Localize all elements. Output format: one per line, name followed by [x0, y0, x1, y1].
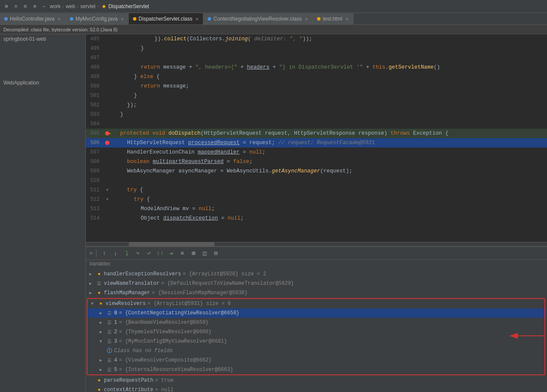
right-panel: 495 }).collect(Collectors.joining( delim…	[86, 34, 547, 392]
btn-up-stack[interactable]: ↑	[100, 249, 109, 258]
btn-step-into[interactable]: ↷	[133, 249, 142, 258]
var-name: 5	[114, 367, 117, 373]
horizontal-scrollbar[interactable]	[86, 242, 547, 246]
var-icon-orange: ●	[98, 301, 104, 307]
tab-close-mvcconfig[interactable]: ✕	[121, 17, 124, 21]
code-line-508: 508 boolean multipartRequestParsed = fal…	[86, 157, 547, 166]
btn-step-over[interactable]: ⤵	[122, 249, 131, 258]
expand-icon[interactable]: ▶	[100, 329, 105, 335]
var-viewNameTranslator[interactable]: ▶ ☰ viewNameTranslator = {DefaultRequest…	[86, 279, 547, 288]
btn-grid[interactable]: ⊟	[212, 249, 220, 258]
code-line-497: 497	[86, 53, 547, 63]
var-contextAttribute[interactable]: ● contextAttribute = null	[86, 385, 547, 392]
var-handlerExceptionResolvers[interactable]: ▶ ● handlerExceptionResolvers = {ArrayLi…	[86, 269, 547, 279]
list-icon[interactable]: ≡	[13, 3, 19, 9]
line-content-506: HttpServletRequest processedRequest = re…	[112, 140, 547, 146]
var-value: = true	[155, 377, 173, 383]
fold-512[interactable]: ▼	[106, 197, 109, 202]
var-viewResolvers[interactable]: ▼ ● viewResolvers = {ArrayList@5931} siz…	[88, 299, 544, 308]
var-name: contextAttribute	[104, 387, 153, 392]
expand-icon[interactable]: ▶	[100, 358, 105, 363]
expand-icon[interactable]: ▶	[100, 320, 105, 325]
tab-close-contentneg[interactable]: ✕	[305, 17, 308, 21]
btn-down-stack[interactable]: ↓	[111, 249, 120, 258]
code-line-504: 504	[86, 119, 547, 129]
btn-watch[interactable]: ⊞	[189, 249, 198, 258]
tab-label-hello: HelloController.java	[10, 16, 54, 22]
var-name: parseRequestPath	[104, 377, 153, 383]
btn-evaluate[interactable]: ≡	[178, 249, 187, 258]
code-lines: 495 }).collect(Collectors.joining( delim…	[86, 34, 547, 242]
tabs-bar: HelloController.java ✕ MyMvcConfig.java …	[0, 13, 547, 25]
breadcrumb-work[interactable]: work	[50, 3, 60, 9]
expand-icon[interactable]: ▶	[100, 367, 105, 372]
tab-mvcconfig[interactable]: MyMvcConfig.java ✕	[66, 13, 129, 24]
var-parseRequestPath[interactable]: ● parseRequestPath = true	[86, 376, 547, 385]
var-resolver-4[interactable]: ▶ ☰ 4 = {ViewResolverComposite@6662}	[88, 356, 544, 365]
minimize-icon[interactable]: —	[41, 3, 47, 9]
expand-icon[interactable]: ▼	[91, 302, 96, 306]
line-content-509: WebAsyncManager asyncManager = WebAsyncU…	[112, 168, 547, 174]
btn-step-out[interactable]: ↑↑	[156, 249, 164, 258]
scroll-thumb[interactable]	[129, 242, 215, 246]
var-resolver-0[interactable]: ▶ ☰ 0 = {ContentNegotiatingViewResolver@…	[88, 308, 544, 318]
tab-dot-dispatcher	[133, 17, 136, 21]
line-num-514: 514	[86, 215, 103, 221]
var-resolver-3[interactable]: ▼ ☰ 3 = {MyMvcConfig$MyViewResolver@6661…	[88, 337, 544, 346]
line-num-512: 512	[86, 196, 103, 202]
debug-arrow-505: →	[108, 131, 111, 136]
sidebar-label-webapp: WebApplication	[3, 80, 39, 86]
tab-label-testhtml: test.html	[323, 16, 342, 22]
line-num-502: 502	[86, 102, 103, 108]
expand-icon[interactable]: ▶	[89, 271, 94, 277]
code-line-505: 505 → protected void doDispatch(HttpServ…	[86, 129, 547, 138]
toolbar-sep-1	[96, 250, 97, 257]
tab-dot-contentneg	[208, 17, 211, 21]
expand-icon[interactable]: ▶	[89, 290, 94, 296]
var-resolver-2[interactable]: ▶ ☰ 2 = {ThymeleafViewResolver@6660}	[88, 327, 544, 337]
tab-hello[interactable]: HelloController.java ✕	[0, 13, 66, 24]
var-resolver-5[interactable]: ▶ ☰ 5 = {InternalResourceViewResolver@66…	[88, 365, 544, 374]
btn-memory[interactable]: ◫	[200, 249, 209, 258]
sidebar-springboot[interactable]: springboot-01-web	[0, 34, 85, 44]
var-resolver-1[interactable]: ▶ ☰ 1 = {BeanNameViewResolver@6659}	[88, 318, 544, 327]
sidebar-webapp[interactable]: WebApplication	[0, 78, 85, 87]
debug-panel-close[interactable]: ✕	[89, 251, 93, 256]
btn-run-cursor[interactable]: ⇥	[167, 249, 175, 258]
code-line-507: 507 HandlerExecutionChain mappedHandler …	[86, 148, 547, 157]
line-num-505: 505	[86, 130, 103, 136]
var-value: = {ViewResolverComposite@6662}	[119, 357, 212, 363]
expand-icon[interactable]: ▶	[100, 311, 105, 316]
code-line-510: 510	[86, 176, 547, 185]
expand-icon[interactable]: ▼	[100, 339, 105, 344]
red-border-group: ▼ ● viewResolvers = {ArrayList@5931} siz…	[87, 298, 545, 375]
fold-511[interactable]: ▼	[106, 188, 109, 193]
split-icon[interactable]: ⊟	[22, 3, 28, 9]
btn-force-step[interactable]: ⤶	[145, 249, 153, 258]
breadcrumb-web[interactable]: web	[66, 3, 75, 9]
var-name: 2	[114, 329, 117, 335]
breadcrumb-servlet[interactable]: servlet	[80, 3, 95, 9]
tab-testhtml[interactable]: test.html ✕	[313, 13, 353, 24]
var-value: = {DefaultRequestToViewNameTranslator@59…	[161, 280, 294, 286]
sidebar-spacer	[0, 44, 85, 78]
code-line-501: 501 }	[86, 91, 547, 100]
tab-close-hello[interactable]: ✕	[57, 17, 61, 21]
line-num-504: 504	[86, 121, 103, 127]
tab-close-testhtml[interactable]: ✕	[345, 17, 349, 21]
tab-close-dispatcher[interactable]: ✕	[195, 17, 199, 21]
gutter-512: ▼	[103, 197, 112, 202]
gutter-511: ▼	[103, 188, 112, 193]
debug-toolbar: ✕ ↑ ↓ ⤵ ↷ ⤶ ↑↑ ⇥ ≡ ⊞ ◫ ⊟	[86, 247, 547, 260]
var-flashMapManager[interactable]: ▶ ● flashMapManager = {SessionFlashMapMa…	[86, 288, 547, 298]
var-value: = {ContentNegotiatingViewResolver@6658}	[119, 310, 239, 316]
settings-icon[interactable]: ⚙	[32, 3, 38, 9]
tab-contentneg[interactable]: ContentNegotiatingViewResolver.class ✕	[203, 13, 313, 24]
var-name: 3	[114, 338, 117, 344]
line-content-508: boolean multipartRequestParsed = false;	[112, 159, 547, 165]
grid-icon[interactable]: ⊞	[3, 3, 9, 9]
tab-dot-testhtml	[317, 17, 320, 21]
expand-icon[interactable]: ▶	[89, 281, 94, 286]
tab-dispatcher[interactable]: DispatcherServlet.class ✕	[129, 13, 203, 24]
breakpoint-506[interactable]	[105, 141, 109, 145]
